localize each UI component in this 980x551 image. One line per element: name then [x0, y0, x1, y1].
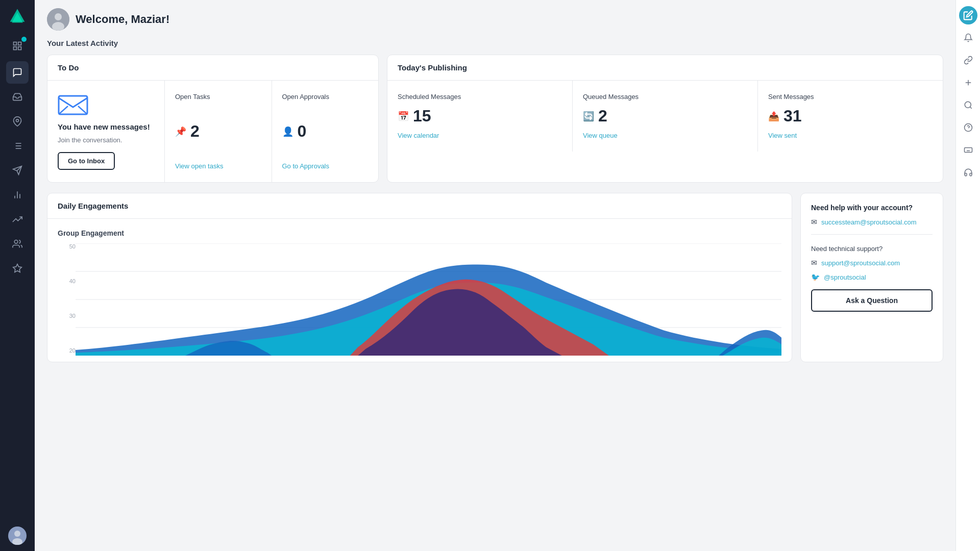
- go-to-inbox-button[interactable]: Go to Inbox: [58, 152, 115, 170]
- user-avatar-header: [47, 8, 69, 31]
- svg-point-6: [16, 119, 19, 122]
- pin-icon: 📌: [175, 126, 186, 137]
- svg-rect-4: [14, 47, 17, 50]
- approvals-icon: 👤: [282, 126, 293, 137]
- svg-point-21: [14, 531, 20, 537]
- page-header: Welcome, Maziar!: [35, 0, 955, 39]
- search-button[interactable]: [959, 96, 977, 114]
- sidebar-item-analytics[interactable]: [6, 184, 29, 206]
- todo-card-body: You have new messages! Join the conversa…: [47, 81, 378, 182]
- divider-1: [811, 234, 933, 235]
- sent-messages-cell: Sent Messages 📤 31 View sent: [758, 81, 943, 152]
- welcome-heading: Welcome, Maziar!: [76, 13, 169, 26]
- help-button[interactable]: [959, 118, 977, 137]
- sidebar-item-inbox[interactable]: [6, 86, 29, 108]
- svg-rect-2: [14, 42, 17, 45]
- scheduled-messages-cell: Scheduled Messages 📅 15 View calendar: [387, 81, 573, 152]
- sidebar-item-star[interactable]: [6, 257, 29, 280]
- scheduled-value: 📅 15: [398, 107, 562, 126]
- email-icon-success: ✉: [811, 218, 817, 226]
- engagements-header: Daily Engagements: [47, 193, 792, 219]
- sidebar-item-messages[interactable]: [6, 61, 29, 84]
- notifications-button[interactable]: [959, 29, 977, 47]
- todo-card: To Do You have new messages! Join the co…: [47, 55, 379, 183]
- email-icon-support: ✉: [811, 259, 817, 267]
- svg-point-18: [14, 240, 18, 244]
- y-label-30: 30: [58, 313, 76, 319]
- y-axis: 50 40 30 20: [58, 243, 76, 356]
- view-sent-link[interactable]: View sent: [768, 132, 933, 139]
- support-email-link[interactable]: ✉ support@sproutsocial.com: [811, 259, 933, 267]
- chart-title: Group Engagement: [58, 229, 781, 237]
- sidebar-item-reports[interactable]: [6, 208, 29, 231]
- sidebar-item-pin[interactable]: [6, 110, 29, 133]
- sidebar-item-list[interactable]: [6, 135, 29, 157]
- main-content: Welcome, Maziar! Your Latest Activity To…: [35, 0, 955, 551]
- message-cell: You have new messages! Join the conversa…: [47, 81, 165, 182]
- chart-container: 50 40 30 20: [58, 243, 781, 356]
- message-subtitle: Join the conversation.: [58, 136, 122, 144]
- open-tasks-label: Open Tasks: [175, 93, 261, 101]
- todo-card-header: To Do: [47, 55, 378, 81]
- view-open-tasks-link[interactable]: View open tasks: [175, 162, 261, 170]
- queued-messages-cell: Queued Messages 🔄 2 View queue: [573, 81, 758, 152]
- queue-icon: 🔄: [583, 111, 594, 122]
- publishing-card-body: Scheduled Messages 📅 15 View calendar Qu…: [387, 81, 943, 152]
- svg-point-36: [965, 102, 971, 108]
- twitter-link[interactable]: 🐦 @sproutsocial: [811, 273, 933, 281]
- calendar-icon: 📅: [398, 111, 409, 122]
- engagements-card: Daily Engagements Group Engagement 50 40…: [47, 193, 792, 362]
- y-label-20: 20: [58, 347, 76, 354]
- user-avatar-sidebar[interactable]: [8, 527, 27, 545]
- view-queue-link[interactable]: View queue: [583, 132, 747, 139]
- view-calendar-link[interactable]: View calendar: [398, 132, 562, 139]
- chart-area: Group Engagement 50 40 30 20: [47, 219, 792, 362]
- message-title: You have new messages!: [58, 121, 150, 132]
- svg-rect-3: [18, 42, 21, 45]
- svg-line-37: [970, 107, 971, 108]
- help-card: Need help with your account? ✉ successte…: [800, 193, 943, 362]
- svg-line-28: [78, 106, 87, 114]
- twitter-icon: 🐦: [811, 273, 820, 281]
- y-label-50: 50: [58, 243, 76, 249]
- open-approvals-value: 👤 0: [282, 122, 369, 141]
- headset-button[interactable]: [959, 163, 977, 182]
- ask-question-button[interactable]: Ask a Question: [811, 289, 933, 312]
- keyboard-button[interactable]: [959, 141, 977, 159]
- right-sidebar: [955, 0, 980, 551]
- sidebar-item-send[interactable]: [6, 159, 29, 182]
- scheduled-label: Scheduled Messages: [398, 93, 562, 101]
- link-button[interactable]: [959, 51, 977, 69]
- sent-icon: 📤: [768, 111, 779, 122]
- open-tasks-value: 📌 2: [175, 122, 261, 141]
- page-content: Your Latest Activity To Do You have ne: [35, 39, 955, 551]
- sidebar-item-tools[interactable]: [6, 233, 29, 255]
- sent-label: Sent Messages: [768, 93, 933, 101]
- help-account-title: Need help with your account?: [811, 204, 933, 212]
- activity-section-title: Your Latest Activity: [47, 39, 943, 47]
- open-approvals-label: Open Approvals: [282, 93, 369, 101]
- go-to-approvals-link[interactable]: Go to Approvals: [282, 162, 369, 170]
- add-button[interactable]: [959, 73, 977, 92]
- publishing-card-header: Today's Publishing: [387, 55, 943, 81]
- publishing-card: Today's Publishing Scheduled Messages 📅 …: [387, 55, 943, 183]
- open-approvals-cell: Open Approvals 👤 0 Go to Approvals: [272, 81, 379, 182]
- queued-label: Queued Messages: [583, 93, 747, 101]
- success-team-email-link[interactable]: ✉ successteam@sproutsocial.com: [811, 218, 933, 226]
- svg-point-24: [55, 13, 62, 20]
- svg-rect-5: [18, 47, 21, 50]
- bottom-row: Daily Engagements Group Engagement 50 40…: [47, 193, 943, 362]
- left-sidebar: [0, 0, 35, 551]
- open-tasks-cell: Open Tasks 📌 2 View open tasks: [165, 81, 272, 182]
- svg-line-27: [59, 106, 68, 114]
- compose-button[interactable]: [959, 6, 977, 24]
- app-logo[interactable]: [7, 6, 28, 27]
- queued-value: 🔄 2: [583, 107, 747, 126]
- svg-rect-26: [59, 96, 87, 114]
- activity-cards-row: To Do You have new messages! Join the co…: [47, 55, 943, 183]
- chart-svg-area: [76, 243, 781, 356]
- sent-value: 📤 31: [768, 107, 933, 126]
- help-technical-title: Need technical support?: [811, 245, 933, 253]
- sidebar-item-grid[interactable]: [6, 35, 29, 57]
- svg-marker-19: [13, 264, 22, 272]
